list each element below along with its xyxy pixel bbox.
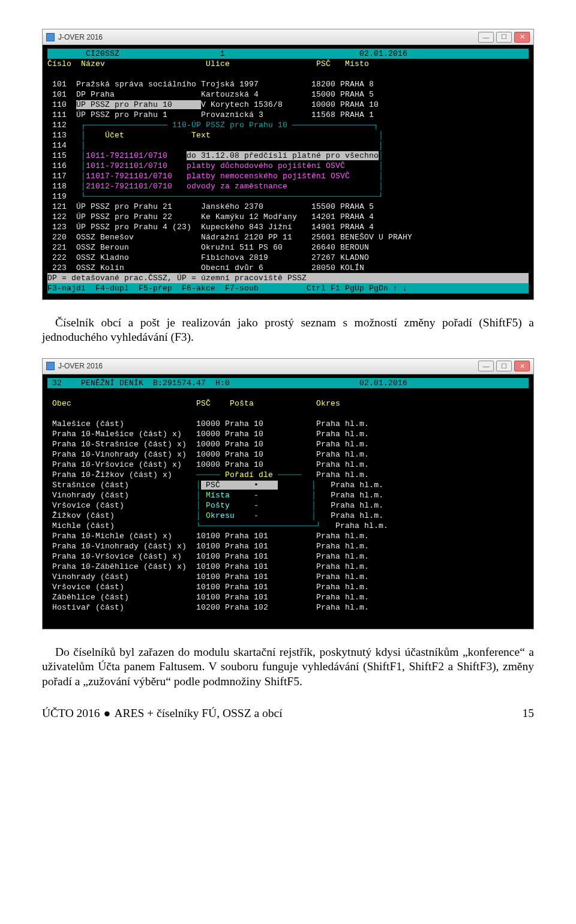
close-button[interactable]: ✕ <box>514 361 530 371</box>
minimize-button[interactable]: — <box>478 32 494 43</box>
titlebar[interactable]: J-OVER 2016 — ☐ ✕ <box>43 359 533 374</box>
titlebar[interactable]: J-OVER 2016 — ☐ ✕ <box>43 29 533 45</box>
app-icon <box>46 33 55 41</box>
paragraph-1: Číselník obcí a pošt je realizován jako … <box>42 316 534 345</box>
terminal-content: 32 PENĚŽNÍ DENÍK B:291574.47 H:0 02.01.2… <box>43 374 533 629</box>
dos-window-1: J-OVER 2016 — ☐ ✕ CI20SSZ 1 02.01.2016 Č… <box>42 29 534 300</box>
paragraph-2: Do číselníků byl zařazen do modulu skart… <box>42 645 534 689</box>
window-title: J-OVER 2016 <box>58 33 103 41</box>
bullet-icon: ● <box>104 707 111 720</box>
footer-left: ÚČTO 2016 <box>42 707 100 720</box>
terminal-content: CI20SSZ 1 02.01.2016 Číslo Název Ulice P… <box>43 45 533 299</box>
maximize-button[interactable]: ☐ <box>496 361 512 371</box>
app-icon <box>46 362 55 370</box>
minimize-button[interactable]: — <box>478 361 494 371</box>
maximize-button[interactable]: ☐ <box>496 32 512 43</box>
page-number: 15 <box>283 707 534 720</box>
page-footer: ÚČTO 2016 ● ARES + číselníky FÚ, OSSZ a … <box>42 707 534 720</box>
close-button[interactable]: ✕ <box>514 32 530 43</box>
window-title: J-OVER 2016 <box>58 362 103 370</box>
footer-mid: ARES + číselníky FÚ, OSSZ a obcí <box>114 707 282 720</box>
dos-window-2: J-OVER 2016 — ☐ ✕ 32 PENĚŽNÍ DENÍK B:291… <box>42 358 534 629</box>
